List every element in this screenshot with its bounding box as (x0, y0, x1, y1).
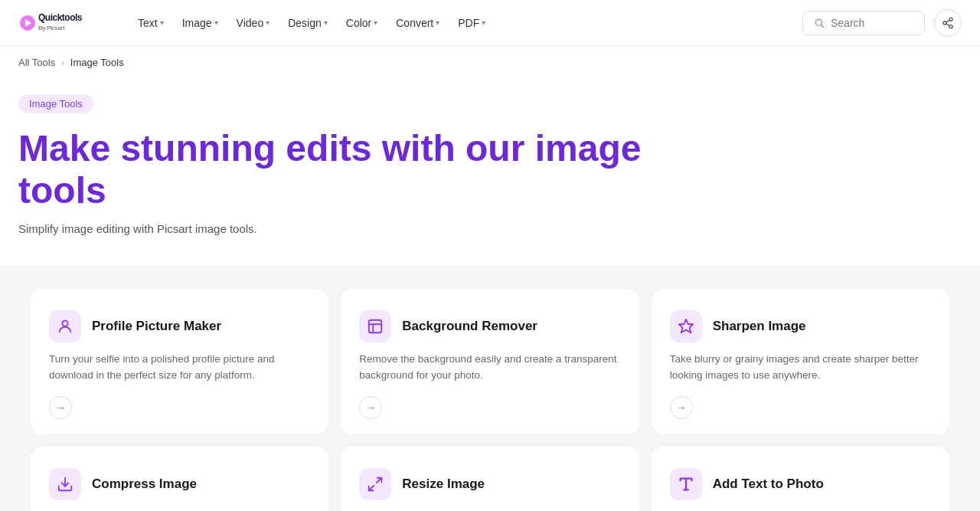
chevron-down-icon: ▾ (436, 18, 439, 27)
card-title-background-remover: Background Remover (402, 319, 537, 334)
nav-label-image: Image (182, 17, 212, 29)
card-compress-image[interactable]: Compress Image The easiest and fastest w… (31, 447, 328, 511)
nav-label-color: Color (346, 17, 371, 29)
card-arrow-profile-picture-maker[interactable]: → (49, 396, 72, 419)
profile-picture-maker-icon (49, 310, 81, 342)
card-header: Resize Image (359, 468, 620, 500)
share-button[interactable] (934, 9, 962, 37)
card-add-text-to-photo[interactable]: Add Text to Photo Make your photo's pop … (652, 447, 949, 511)
card-title-compress-image: Compress Image (92, 477, 197, 492)
svg-line-10 (946, 20, 950, 22)
card-profile-picture-maker[interactable]: Profile Picture Maker Turn your selfie i… (31, 289, 328, 434)
logo-image: Quicktools By Picsart (18, 8, 110, 38)
chevron-down-icon: ▾ (482, 18, 485, 27)
search-bar[interactable] (802, 11, 925, 35)
nav-item-design[interactable]: Design ▾ (280, 12, 335, 34)
cards-grid: Profile Picture Maker Turn your selfie i… (31, 289, 949, 511)
search-icon (814, 18, 825, 28)
navbar-right (802, 9, 962, 37)
search-input[interactable] (831, 17, 913, 29)
card-desc-profile-picture-maker: Turn your selfie into a polished profile… (49, 352, 310, 384)
chevron-down-icon: ▾ (266, 18, 270, 27)
card-desc-sharpen-image: Take blurry or grainy images and create … (670, 352, 931, 384)
nav-item-convert[interactable]: Convert ▾ (388, 12, 447, 34)
hero-subtitle: Simplify image editing with Picsart imag… (18, 222, 962, 235)
nav-item-text[interactable]: Text ▾ (130, 12, 172, 34)
card-title-profile-picture-maker: Profile Picture Maker (92, 319, 221, 334)
svg-rect-12 (369, 320, 382, 333)
add-text-to-photo-icon (670, 468, 702, 500)
chevron-down-icon: ▾ (214, 18, 218, 27)
sharpen-image-icon (670, 310, 702, 342)
resize-image-icon (359, 468, 391, 500)
card-header: Add Text to Photo (670, 468, 931, 500)
breadcrumb-separator: › (61, 58, 64, 67)
hero-badge: Image Tools (18, 94, 93, 113)
card-arrow-sharpen-image[interactable]: → (670, 396, 693, 419)
navbar: Quicktools By Picsart Text ▾ Image ▾ Vid… (0, 0, 980, 46)
nav-label-text: Text (138, 17, 158, 29)
nav-item-image[interactable]: Image ▾ (175, 12, 226, 34)
breadcrumb-parent-link[interactable]: All Tools (18, 57, 55, 68)
svg-point-11 (62, 321, 67, 326)
nav-label-design: Design (288, 17, 322, 29)
nav-item-pdf[interactable]: PDF ▾ (450, 12, 493, 34)
card-header: Compress Image (49, 468, 310, 500)
svg-line-9 (946, 24, 950, 26)
card-title-sharpen-image: Sharpen Image (713, 319, 806, 334)
card-background-remover[interactable]: Background Remover Remove the background… (341, 289, 639, 434)
svg-line-17 (377, 478, 381, 483)
svg-line-18 (369, 486, 374, 490)
background-remover-icon (359, 310, 391, 342)
share-icon (942, 17, 954, 29)
cards-section: Profile Picture Maker Turn your selfie i… (0, 266, 980, 511)
compress-image-icon (49, 468, 81, 500)
card-header: Profile Picture Maker (49, 310, 310, 342)
nav-label-convert: Convert (396, 17, 433, 29)
nav-item-video[interactable]: Video ▾ (229, 12, 278, 34)
chevron-down-icon: ▾ (374, 18, 377, 27)
svg-text:Quicktools: Quicktools (38, 12, 83, 23)
svg-text:By Picsart: By Picsart (38, 25, 65, 31)
card-title-add-text-to-photo: Add Text to Photo (713, 477, 824, 492)
logo-svg: Quicktools By Picsart (18, 9, 110, 37)
card-arrow-background-remover[interactable]: → (359, 396, 382, 419)
breadcrumb: All Tools › Image Tools (0, 46, 980, 79)
card-header: Background Remover (359, 310, 620, 342)
nav-items: Text ▾ Image ▾ Video ▾ Design ▾ Color ▾ … (130, 12, 493, 34)
card-resize-image[interactable]: Resize Image Resize images without cropp… (341, 447, 639, 511)
navbar-left: Quicktools By Picsart Text ▾ Image ▾ Vid… (18, 8, 493, 38)
nav-item-color[interactable]: Color ▾ (338, 12, 385, 34)
card-sharpen-image[interactable]: Sharpen Image Take blurry or grainy imag… (652, 289, 949, 434)
card-desc-background-remover: Remove the background easily and create … (359, 352, 620, 384)
svg-line-5 (822, 25, 824, 27)
logo[interactable]: Quicktools By Picsart (18, 8, 110, 38)
chevron-down-icon: ▾ (160, 18, 164, 27)
nav-label-pdf: PDF (458, 17, 479, 29)
svg-marker-15 (678, 319, 692, 332)
card-header: Sharpen Image (670, 310, 931, 342)
hero-section: Image Tools Make stunning edits with our… (0, 79, 980, 266)
chevron-down-icon: ▾ (324, 18, 328, 27)
card-title-resize-image: Resize Image (402, 477, 485, 492)
hero-title: Make stunning edits with our image tools (18, 127, 707, 211)
nav-label-video: Video (237, 17, 264, 29)
breadcrumb-current: Image Tools (70, 57, 124, 68)
